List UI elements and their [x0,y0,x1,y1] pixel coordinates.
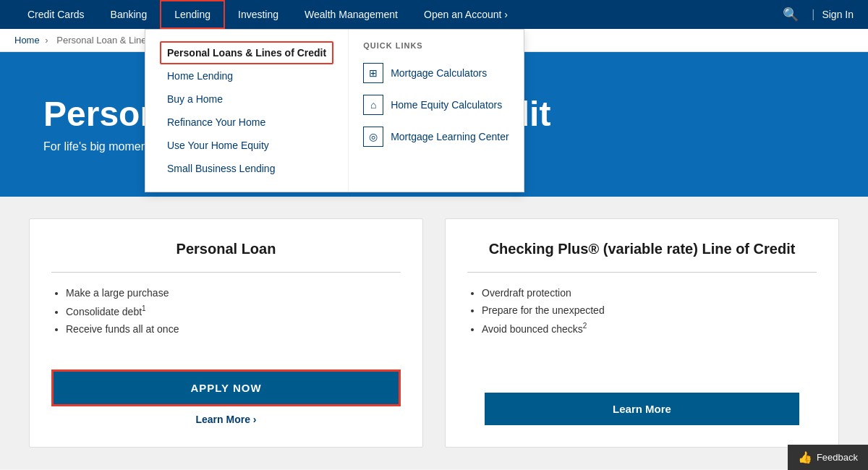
card-divider-1 [51,272,401,273]
lending-dropdown: Personal Loans & Lines of Credit Home Le… [145,29,524,192]
checking-plus-learn-more-button[interactable]: Learn More [485,393,799,425]
mortgage-calc-icon: ⊞ [363,63,383,83]
nav-divider: | [812,8,814,21]
learning-center-icon: ◎ [363,127,383,147]
nav-credit-cards[interactable]: Credit Cards [14,0,98,29]
personal-loan-title: Personal Loan [176,241,276,257]
home-equity-calc-icon: ⌂ [363,95,383,115]
bullet-bounced-checks: Avoid bounced checks2 [482,322,817,335]
feedback-label: Feedback [817,452,858,463]
mortgage-calc-label: Mortgage Calculators [391,67,487,79]
learning-center-label: Mortgage Learning Center [391,131,509,142]
feedback-thumb-icon: 👍 [798,450,812,464]
apply-now-button[interactable]: APPLY NOW [51,369,401,406]
bullet-receive-funds: Receive funds all at once [66,323,401,335]
nav-banking[interactable]: Banking [98,0,161,29]
personal-loan-bullets: Make a large purchase Consolidate debt1 … [51,287,401,341]
personal-loan-actions: APPLY NOW Learn More › [51,369,401,425]
checking-plus-bullets: Overdraft protection Prepare for the une… [467,287,817,341]
bullet-overdraft: Overdraft protection [482,287,817,299]
quick-link-learning-center[interactable]: ◎ Mortgage Learning Center [363,121,509,153]
personal-loan-card: Personal Loan Make a large purchase Cons… [29,218,423,448]
search-button[interactable]: 🔍 [777,4,804,25]
dropdown-left-panel: Personal Loans & Lines of Credit Home Le… [145,30,349,192]
dropdown-home-lending[interactable]: Home Lending [160,64,333,87]
breadcrumb-current: Personal Loan & Line... [56,35,154,46]
dropdown-small-business[interactable]: Small Business Lending [160,157,333,180]
bullet-large-purchase: Make a large purchase [66,287,401,299]
quick-links-label: QUICK LINKS [363,41,509,50]
main-content: Personal Loan Make a large purchase Cons… [0,197,868,469]
dropdown-personal-loans[interactable]: Personal Loans & Lines of Credit [160,41,333,64]
nav-wealth-management[interactable]: Wealth Management [292,0,411,29]
checking-plus-card: Checking Plus® (variable rate) Line of C… [445,218,839,448]
dropdown-refinance[interactable]: Refinance Your Home [160,111,333,134]
sign-in-button[interactable]: Sign In [822,9,854,20]
bullet-unexpected: Prepare for the unexpected [482,304,817,316]
checking-plus-title: Checking Plus® (variable rate) Line of C… [489,241,796,257]
dropdown-right-panel: QUICK LINKS ⊞ Mortgage Calculators ⌂ Hom… [349,30,523,192]
nav-open-account[interactable]: Open an Account › [411,0,521,29]
quick-link-home-equity-calc[interactable]: ⌂ Home Equity Calculators [363,89,509,121]
quick-link-mortgage-calc[interactable]: ⊞ Mortgage Calculators [363,57,509,89]
bullet-consolidate-debt: Consolidate debt1 [66,304,401,317]
breadcrumb-home[interactable]: Home [14,35,40,46]
dropdown-home-equity[interactable]: Use Your Home Equity [160,134,333,157]
breadcrumb-separator: › [45,35,51,46]
home-equity-calc-label: Home Equity Calculators [391,99,502,111]
top-nav: Credit Cards Banking Lending Investing W… [0,0,868,29]
card-divider-2 [467,272,817,273]
checking-plus-actions: Learn More [467,393,817,425]
dropdown-buy-home[interactable]: Buy a Home [160,87,333,111]
nav-lending[interactable]: Lending [160,0,225,29]
feedback-button[interactable]: 👍 Feedback [788,445,868,470]
nav-investing[interactable]: Investing [225,0,292,29]
personal-loan-learn-more[interactable]: Learn More › [195,414,256,425]
